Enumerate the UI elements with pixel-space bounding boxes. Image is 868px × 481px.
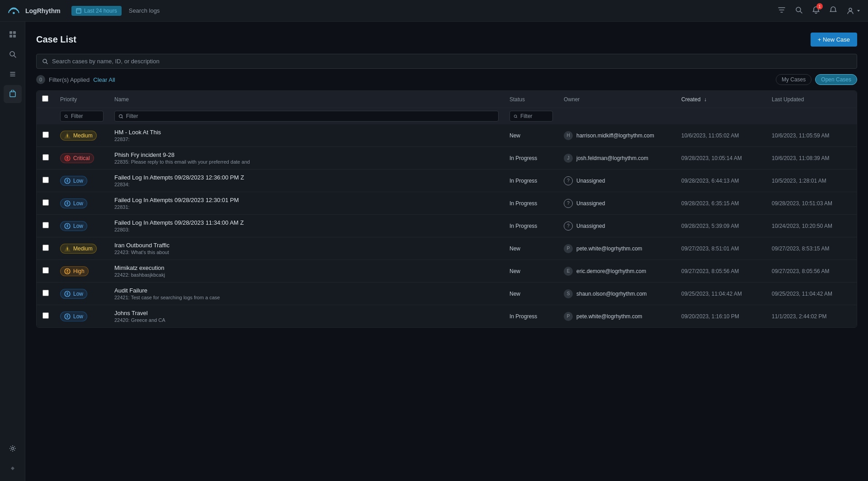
case-id: 22422: bashbasjkbcakj [114,272,499,278]
table-row[interactable]: Medium Iran Outbound Traffic 22423: What… [37,237,857,260]
status-badge: In Progress [509,200,537,207]
row-checkbox[interactable] [42,132,49,138]
sidebar-expand[interactable] [4,459,22,477]
row-owner-cell: ?Unassigned [558,170,676,192]
row-priority-cell: Low [55,170,109,192]
search-logs-text[interactable]: Search logs [129,7,160,14]
row-name-cell[interactable]: Johns Travel 22420: Greece and CA [109,305,504,328]
new-case-button[interactable]: + New Case [811,33,857,47]
row-checkbox-cell[interactable] [37,283,55,305]
row-owner-cell: Sshaun.olson@logrhythm.com [558,283,676,305]
svg-point-3 [849,8,852,11]
open-cases-toggle[interactable]: Open Cases [815,74,857,85]
row-checkbox[interactable] [42,290,49,296]
row-checkbox-cell[interactable] [37,192,55,215]
th-select-all[interactable] [37,91,55,108]
priority-badge: Critical [60,153,94,163]
app-name: LogRhythm [25,7,61,14]
row-priority-cell: High [55,260,109,283]
case-name: HM - Look At This [114,129,499,136]
table-row[interactable]: Medium HM - Look At This 22837: New Hhar… [37,124,857,147]
row-name-cell[interactable]: Mimikatz execution 22422: bashbasjkbcakj [109,260,504,283]
row-priority-cell: Low [55,283,109,305]
filter-priority-cell [55,108,109,125]
table-row[interactable]: Critical Phish Fry incident 9-28 22835: … [37,147,857,170]
row-owner-cell: Eeric.demore@logrhythm.com [558,260,676,283]
priority-filter-input[interactable] [71,113,99,119]
th-created[interactable]: Created ↓ [676,91,766,108]
row-checkbox-cell[interactable] [37,305,55,328]
row-checkbox-cell[interactable] [37,147,55,170]
row-priority-cell: Low [55,305,109,328]
row-checkbox[interactable] [42,222,49,228]
clear-all-link[interactable]: Clear All [93,76,115,83]
row-checkbox[interactable] [42,199,49,206]
main-content: Case List + New Case 0 Filter(s) Applied… [25,22,868,481]
row-name-cell[interactable]: Audit Failure 22421: Test case for searc… [109,283,504,305]
logo[interactable]: LogRhythm [7,5,66,16]
row-checkbox-cell[interactable] [37,124,55,147]
row-checkbox[interactable] [42,245,49,251]
svg-rect-1 [76,9,81,13]
sidebar-item-settings[interactable] [4,439,22,457]
row-name-cell[interactable]: Failed Log In Attempts 09/28/2023 12:36:… [109,170,504,192]
search-icon[interactable] [795,6,803,16]
table-row[interactable]: Low Audit Failure 22421: Test case for s… [37,283,857,305]
row-checkbox-cell[interactable] [37,215,55,237]
row-checkbox[interactable] [42,177,49,183]
case-id: 22803: [114,227,499,232]
row-name-cell[interactable]: Iran Outbound Traffic 22423: What's this… [109,237,504,260]
row-updated-cell: 10/6/2023, 11:08:39 AM [766,147,857,170]
table-row[interactable]: Low Failed Log In Attempts 09/28/2023 11… [37,215,857,237]
svg-point-0 [13,12,15,14]
sidebar-item-list[interactable] [4,65,22,83]
case-name: Audit Failure [114,287,499,294]
row-name-cell[interactable]: Phish Fry incident 9-28 22835: Please re… [109,147,504,170]
time-range-badge[interactable]: Last 24 hours [71,6,122,16]
row-checkbox[interactable] [42,154,49,160]
row-status-cell: In Progress [504,170,558,192]
select-all-checkbox[interactable] [42,95,48,102]
row-updated-cell: 09/28/2023, 10:51:03 AM [766,192,857,215]
filter-name-cell [109,108,504,125]
filter-left: 0 Filter(s) Applied Clear All [36,75,115,84]
case-name: Failed Log In Attempts 09/28/2023 11:34:… [114,219,499,226]
filter-right: My Cases Open Cases [776,74,857,85]
row-checkbox[interactable] [42,312,49,319]
th-last-updated: Last Updated [766,91,857,108]
svg-rect-5 [13,31,16,34]
name-filter-input[interactable] [126,113,495,119]
svg-point-10 [11,448,14,450]
row-checkbox-cell[interactable] [37,170,55,192]
status-badge: New [509,245,520,252]
svg-rect-6 [9,35,12,38]
sidebar-item-search[interactable] [4,45,22,63]
status-filter-input[interactable] [520,113,549,119]
sort-arrow-icon: ↓ [704,96,707,103]
row-checkbox-cell[interactable] [37,237,55,260]
name-filter-icon [118,114,123,119]
row-checkbox-cell[interactable] [37,260,55,283]
alerts-icon[interactable] [829,6,837,16]
table-row[interactable]: Low Failed Log In Attempts 09/28/2023 12… [37,170,857,192]
table-row[interactable]: High Mimikatz execution 22422: bashbasjk… [37,260,857,283]
status-filter-icon [514,114,518,119]
table-row[interactable]: Low Failed Log In Attempts 09/28/2023 12… [37,192,857,215]
row-name-cell[interactable]: HM - Look At This 22837: [109,124,504,147]
sidebar-item-cases[interactable] [4,85,22,103]
filter-bar: 0 Filter(s) Applied Clear All My Cases O… [36,74,857,85]
row-created-cell: 09/28/2023, 6:35:15 AM [676,192,766,215]
table-row[interactable]: Low Johns Travel 22420: Greece and CA In… [37,305,857,328]
status-badge: New [509,291,520,297]
sidebar-item-dashboard[interactable] [4,25,22,43]
row-name-cell[interactable]: Failed Log In Attempts 09/28/2023 12:30:… [109,192,504,215]
row-name-cell[interactable]: Failed Log In Attempts 09/28/2023 11:34:… [109,215,504,237]
row-updated-cell: 09/25/2023, 11:04:42 AM [766,283,857,305]
user-menu[interactable] [846,7,861,15]
filters-icon[interactable] [778,6,786,16]
row-checkbox[interactable] [42,267,49,274]
case-search-input[interactable] [52,58,851,65]
row-priority-cell: Medium [55,124,109,147]
my-cases-toggle[interactable]: My Cases [776,74,811,85]
notifications-icon[interactable]: 1 [812,6,820,16]
